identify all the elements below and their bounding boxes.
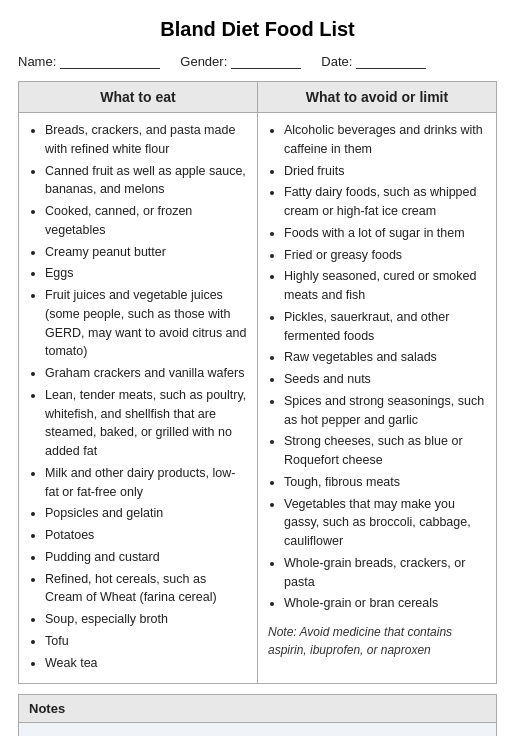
eat-list-item: Soup, especially broth (45, 610, 247, 629)
eat-column: Breads, crackers, and pasta made with re… (19, 113, 258, 684)
eat-list-item: Eggs (45, 264, 247, 283)
eat-list-item: Breads, crackers, and pasta made with re… (45, 121, 247, 159)
form-row: Name: Gender: Date: (18, 53, 497, 69)
eat-list-item: Popsicles and gelatin (45, 504, 247, 523)
col-eat-header: What to eat (19, 82, 258, 113)
date-field[interactable] (356, 53, 426, 69)
food-table: What to eat What to avoid or limit Bread… (18, 81, 497, 684)
avoid-list-item: Whole-grain or bran cereals (284, 594, 486, 613)
avoid-list-item: Raw vegetables and salads (284, 348, 486, 367)
page-title: Bland Diet Food List (18, 18, 497, 41)
avoid-list-item: Dried fruits (284, 162, 486, 181)
avoid-list-item: Tough, fibrous meats (284, 473, 486, 492)
eat-list-item: Canned fruit as well as apple sauce, ban… (45, 162, 247, 200)
gender-label: Gender: (180, 54, 227, 69)
eat-list: Breads, crackers, and pasta made with re… (29, 121, 247, 672)
eat-list-item: Graham crackers and vanilla wafers (45, 364, 247, 383)
eat-list-item: Lean, tender meats, such as poultry, whi… (45, 386, 247, 461)
eat-list-item: Tofu (45, 632, 247, 651)
avoid-list-item: Highly seasoned, cured or smoked meats a… (284, 267, 486, 305)
avoid-list-item: Vegetables that may make you gassy, such… (284, 495, 486, 551)
avoid-list: Alcoholic beverages and drinks with caff… (268, 121, 486, 613)
avoid-list-item: Fried or greasy foods (284, 246, 486, 265)
eat-list-item: Cooked, canned, or frozen vegetables (45, 202, 247, 240)
avoid-list-item: Whole-grain breads, crackers, or pasta (284, 554, 486, 592)
eat-list-item: Milk and other dairy products, low-fat o… (45, 464, 247, 502)
avoid-list-item: Foods with a lot of sugar in them (284, 224, 486, 243)
avoid-list-item: Seeds and nuts (284, 370, 486, 389)
eat-list-item: Potatoes (45, 526, 247, 545)
eat-list-item: Creamy peanut butter (45, 243, 247, 262)
name-field[interactable] (60, 53, 160, 69)
notes-section: Notes (18, 694, 497, 736)
col-avoid-header: What to avoid or limit (258, 82, 497, 113)
notes-body[interactable] (19, 723, 496, 736)
avoid-list-item: Spices and strong seasonings, such as ho… (284, 392, 486, 430)
date-label: Date: (321, 54, 352, 69)
eat-list-item: Pudding and custard (45, 548, 247, 567)
eat-list-item: Refined, hot cereals, such as Cream of W… (45, 570, 247, 608)
gender-field[interactable] (231, 53, 301, 69)
notes-header: Notes (19, 695, 496, 723)
eat-list-item: Weak tea (45, 654, 247, 673)
avoid-list-item: Strong cheeses, such as blue or Roquefor… (284, 432, 486, 470)
eat-list-item: Fruit juices and vegetable juices (some … (45, 286, 247, 361)
avoid-list-item: Fatty dairy foods, such as whipped cream… (284, 183, 486, 221)
avoid-list-item: Alcoholic beverages and drinks with caff… (284, 121, 486, 159)
avoid-column: Alcoholic beverages and drinks with caff… (258, 113, 497, 684)
avoid-note: Note: Avoid medicine that contains aspir… (268, 623, 486, 659)
name-label: Name: (18, 54, 56, 69)
avoid-list-item: Pickles, sauerkraut, and other fermented… (284, 308, 486, 346)
